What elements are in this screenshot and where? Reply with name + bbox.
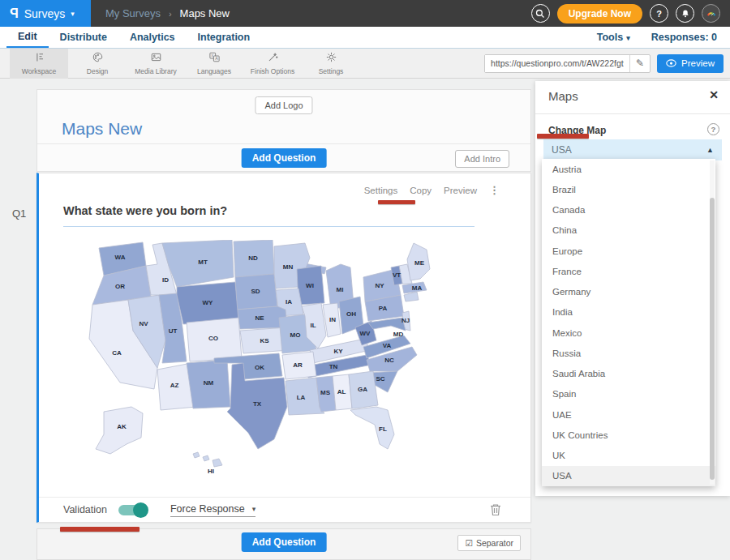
tools-menu[interactable]: Tools▾ <box>597 32 630 43</box>
state-wi[interactable] <box>297 266 324 305</box>
breadcrumb: My Surveys › Maps New <box>105 7 230 19</box>
add-question-button-bottom[interactable]: Add Question <box>242 532 327 552</box>
chevron-down-icon: ▾ <box>252 505 256 513</box>
dropdown-option-russia[interactable]: Russia <box>542 343 715 363</box>
question-action-copy[interactable]: Copy <box>410 186 432 195</box>
toolbar-item-languages[interactable]: xALanguages <box>185 49 243 79</box>
avatar-gauge-icon[interactable] <box>702 4 720 23</box>
checkbox-checked-icon: ☑ <box>465 538 472 548</box>
preview-button[interactable]: Preview <box>657 54 724 73</box>
map-select-value: USA <box>552 144 706 156</box>
map-shape-hawaii-island-1 <box>193 452 200 458</box>
divider <box>535 113 730 114</box>
state-co[interactable] <box>187 318 242 361</box>
state-sd[interactable] <box>235 274 277 310</box>
validation-type-dropdown[interactable]: Force Response ▾ <box>170 503 256 517</box>
toolbar-item-media-library[interactable]: Media Library <box>127 49 185 79</box>
eye-icon <box>666 59 676 67</box>
map-select[interactable]: USA ▲ <box>543 139 722 160</box>
dropdown-option-spain[interactable]: Spain <box>542 384 715 404</box>
question-action-preview[interactable]: Preview <box>444 186 477 195</box>
panel-title: Maps <box>548 89 578 103</box>
dropdown-option-uae[interactable]: UAE <box>542 404 715 425</box>
chevron-down-icon: ▾ <box>71 10 75 18</box>
dropdown-option-uk[interactable]: UK <box>542 446 715 466</box>
edit-url-pencil-icon[interactable]: ✎ <box>629 55 650 72</box>
wand-icon <box>267 51 279 66</box>
annotation-underline-change-map <box>537 134 589 139</box>
survey-header-card: Add Logo Maps New Add Question Add Intro <box>36 89 531 172</box>
dropdown-option-canada[interactable]: Canada <box>542 200 715 220</box>
add-question-button-top[interactable]: Add Question <box>242 148 327 168</box>
state-label-hi: HI <box>208 468 214 475</box>
separator-toggle[interactable]: ☑ Separator <box>457 535 521 551</box>
state-ga[interactable] <box>349 371 378 408</box>
nav-tabs: EditDistributeAnalyticsIntegration <box>0 27 261 48</box>
tab-integration[interactable]: Integration <box>187 27 262 48</box>
dropdown-option-mexico[interactable]: Mexico <box>542 323 715 343</box>
dropdown-option-europe[interactable]: Europe <box>542 241 715 261</box>
dropdown-option-germany[interactable]: Germany <box>542 282 715 302</box>
state-nd[interactable] <box>234 240 274 277</box>
dropdown-option-saudi-arabia[interactable]: Saudi Arabia <box>542 364 715 384</box>
state-me[interactable] <box>407 243 430 280</box>
breadcrumb-my-surveys[interactable]: My Surveys <box>105 7 161 19</box>
dropdown-option-brazil[interactable]: Brazil <box>542 179 715 199</box>
question-action-settings[interactable]: Settings <box>364 186 398 195</box>
survey-title[interactable]: Maps New <box>62 119 142 139</box>
map-shape-hawaii-island-2 <box>203 455 209 461</box>
dropdown-option-france[interactable]: France <box>542 261 715 281</box>
chevron-down-icon: ▾ <box>626 34 630 42</box>
add-intro-button[interactable]: Add Intro <box>455 150 509 168</box>
product-switcher[interactable]: P Surveys ▾ <box>0 0 91 27</box>
toggle-knob <box>133 502 148 518</box>
help-icon[interactable]: ? <box>707 123 719 135</box>
state-ak[interactable] <box>96 407 143 454</box>
annotation-underline-settings <box>378 200 415 204</box>
upgrade-now-button[interactable]: Upgrade Now <box>557 4 642 24</box>
survey-url-input[interactable] <box>485 55 629 72</box>
survey-nav-bar: EditDistributeAnalyticsIntegration Tools… <box>0 27 730 49</box>
dropdown-option-china[interactable]: China <box>542 220 715 241</box>
survey-url-box: ✎ <box>484 54 651 73</box>
toolbar-item-settings[interactable]: Settings <box>302 49 360 79</box>
breadcrumb-separator: › <box>169 9 172 19</box>
add-logo-button[interactable]: Add Logo <box>255 96 312 114</box>
workspace-icon <box>33 51 45 66</box>
tab-distribute[interactable]: Distribute <box>49 27 118 48</box>
validation-toggle[interactable] <box>118 505 146 515</box>
chevron-up-icon: ▲ <box>706 146 714 154</box>
image-icon <box>150 51 162 66</box>
kebab-menu-icon[interactable]: ⋮ <box>489 184 500 196</box>
question-text[interactable]: What state were you born in? <box>63 204 227 217</box>
close-icon[interactable]: ✕ <box>709 88 719 101</box>
dropdown-option-usa[interactable]: USA <box>542 466 715 486</box>
toolbar-item-finish-options[interactable]: Finish Options <box>243 49 302 79</box>
state-hi[interactable] <box>213 459 222 467</box>
dropdown-option-austria[interactable]: Austria <box>542 159 715 179</box>
toolbar-item-label: Settings <box>319 67 344 75</box>
palette-icon <box>92 51 104 66</box>
responses-count[interactable]: Responses: 0 <box>651 32 717 43</box>
delete-question-icon[interactable] <box>490 503 501 519</box>
dropdown-option-uk-countries[interactable]: UK Countries <box>542 425 715 445</box>
state-ar[interactable] <box>282 352 316 379</box>
dropdown-option-india[interactable]: India <box>542 302 715 323</box>
tab-edit[interactable]: Edit <box>6 27 49 48</box>
next-section-card: Add Question ☑ Separator <box>36 528 531 560</box>
map-options-dropdown: AustriaBrazilCanadaChinaEuropeFranceGerm… <box>542 159 715 486</box>
state-wy[interactable] <box>177 282 238 324</box>
svg-text:A: A <box>215 56 218 61</box>
search-icon[interactable] <box>531 4 550 23</box>
help-icon[interactable]: ? <box>650 4 668 23</box>
state-nm[interactable] <box>187 360 230 408</box>
bell-icon[interactable] <box>676 4 694 23</box>
validation-row: Validation Force Response ▾ <box>39 497 530 523</box>
questionpro-logo-icon: P <box>10 6 19 21</box>
dropdown-scrollbar-thumb[interactable] <box>710 198 715 480</box>
tab-analytics[interactable]: Analytics <box>118 27 187 48</box>
toolbar-item-workspace[interactable]: Workspace <box>10 49 68 79</box>
toolbar-item-label: Languages <box>197 67 231 75</box>
state-fl[interactable] <box>350 407 394 449</box>
toolbar-item-design[interactable]: Design <box>68 49 127 79</box>
